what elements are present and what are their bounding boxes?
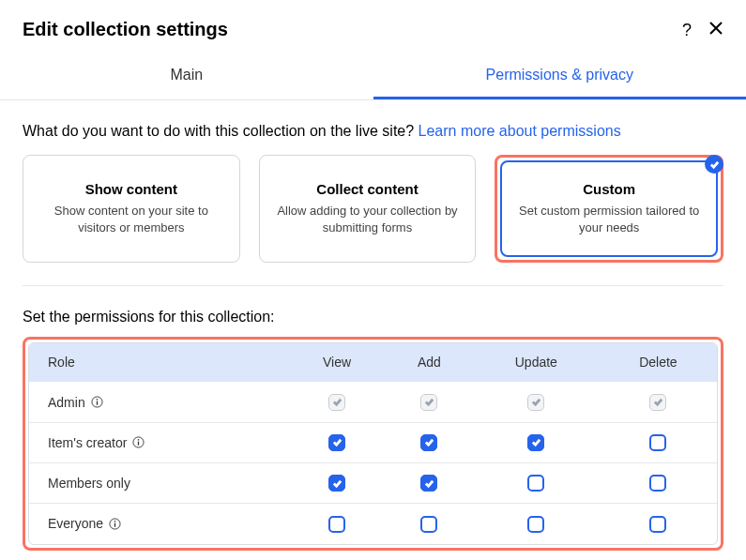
svg-point-1: [96, 399, 98, 401]
col-header-role: Role: [29, 343, 288, 381]
col-header-add: Add: [386, 343, 473, 381]
svg-point-7: [114, 521, 116, 522]
perm-cell: [386, 503, 473, 543]
option-desc: Set custom permission tailored to your n…: [517, 203, 701, 236]
svg-rect-5: [138, 442, 139, 446]
perm-cell: [386, 462, 473, 503]
perm-cell: [288, 381, 386, 421]
perm-cell: [288, 422, 386, 462]
svg-rect-8: [114, 522, 115, 526]
checkbox-admin-delete: [649, 394, 666, 411]
help-icon[interactable]: ?: [682, 22, 692, 38]
role-cell: Members only: [29, 462, 288, 503]
checkbox-members-only-view[interactable]: [328, 475, 345, 492]
option-title: Show content: [38, 181, 224, 197]
perm-cell: [473, 422, 600, 462]
perm-cell: [600, 462, 717, 503]
option-desc: Show content on your site to visitors or…: [38, 203, 224, 236]
close-icon[interactable]: [708, 21, 723, 38]
table-row: Item's creator: [29, 422, 717, 462]
checkbox-admin-view: [328, 394, 345, 411]
option-title: Collect content: [275, 181, 461, 197]
tab-permissions[interactable]: Permissions & privacy: [373, 53, 747, 99]
checkbox-admin-add: [420, 394, 437, 411]
role-cell: Admin: [29, 381, 288, 421]
option-card-show-content[interactable]: Show contentShow content on your site to…: [23, 155, 240, 263]
divider: [23, 285, 723, 286]
role-cell: Everyone: [29, 503, 288, 543]
checkbox-item-s-creator-view[interactable]: [328, 434, 345, 451]
checkbox-item-s-creator-update[interactable]: [527, 434, 544, 451]
perm-cell: [288, 503, 386, 543]
role-name: Item's creator: [48, 435, 127, 450]
role-name: Members only: [48, 476, 130, 491]
table-row: Members only: [29, 462, 717, 503]
svg-point-4: [138, 439, 140, 441]
checkbox-everyone-update[interactable]: [527, 516, 544, 533]
option-card-collect-content[interactable]: Collect contentAllow adding to your coll…: [259, 155, 477, 263]
svg-rect-2: [97, 401, 98, 405]
info-icon[interactable]: [109, 518, 121, 530]
role-name: Admin: [48, 395, 85, 410]
info-icon[interactable]: [91, 396, 103, 408]
prompt-question: What do you want to do with this collect…: [23, 123, 419, 139]
perm-cell: [600, 381, 717, 421]
checkbox-members-only-update[interactable]: [527, 475, 544, 492]
col-header-view: View: [288, 343, 386, 381]
role-name: Everyone: [48, 516, 103, 531]
table-row: Everyone: [29, 503, 717, 543]
checkbox-admin-update: [527, 394, 544, 411]
option-title: Custom: [517, 181, 701, 197]
learn-more-link[interactable]: Learn more about permissions: [419, 123, 621, 139]
option-card-custom[interactable]: CustomSet custom permission tailored to …: [500, 160, 718, 257]
tab-main[interactable]: Main: [0, 53, 373, 99]
table-row: Admin: [29, 381, 717, 421]
option-card-wrapper: CustomSet custom permission tailored to …: [495, 155, 723, 263]
selected-badge-icon: [705, 155, 723, 174]
perm-cell: [386, 381, 473, 421]
col-header-delete: Delete: [600, 343, 717, 381]
perm-cell: [600, 503, 717, 543]
perm-cell: [473, 503, 600, 543]
tabs: Main Permissions & privacy: [0, 53, 746, 100]
info-icon[interactable]: [132, 436, 145, 448]
checkbox-everyone-delete[interactable]: [649, 516, 666, 533]
option-card-wrapper: Show contentShow content on your site to…: [23, 155, 240, 263]
col-header-update: Update: [473, 343, 600, 381]
checkbox-item-s-creator-add[interactable]: [420, 434, 437, 451]
permissions-table: RoleViewAddUpdateDelete AdminItem's crea…: [28, 342, 718, 544]
checkbox-everyone-add[interactable]: [420, 516, 437, 533]
perm-cell: [600, 422, 717, 462]
permissions-table-highlight: RoleViewAddUpdateDelete AdminItem's crea…: [23, 337, 723, 550]
prompt-text: What do you want to do with this collect…: [23, 123, 723, 140]
role-cell: Item's creator: [29, 422, 288, 462]
page-title: Edit collection settings: [23, 19, 228, 40]
perm-cell: [473, 381, 600, 421]
checkbox-everyone-view[interactable]: [328, 516, 345, 533]
option-desc: Allow adding to your collection by submi…: [275, 203, 461, 236]
permissions-label: Set the permissions for this collection:: [23, 309, 723, 325]
perm-cell: [386, 422, 473, 462]
checkbox-members-only-add[interactable]: [420, 475, 437, 492]
checkbox-members-only-delete[interactable]: [649, 475, 666, 492]
option-card-wrapper: Collect contentAllow adding to your coll…: [259, 155, 477, 263]
checkbox-item-s-creator-delete[interactable]: [649, 434, 666, 451]
perm-cell: [473, 462, 600, 503]
perm-cell: [288, 462, 386, 503]
